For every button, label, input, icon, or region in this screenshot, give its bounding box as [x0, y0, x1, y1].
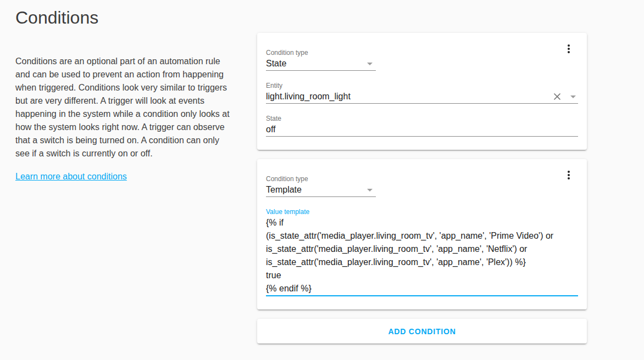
value-template-label: Value template [266, 207, 578, 216]
value-template-field[interactable]: Value template {% if (is_state_attr('med… [266, 207, 578, 296]
learn-more-link[interactable]: Learn more about conditions [15, 170, 127, 183]
kebab-dot [568, 177, 570, 179]
conditions-intro-panel: Conditions Conditions are an optional pa… [15, 0, 234, 183]
dropdown-arrow-icon[interactable] [367, 189, 373, 192]
overflow-menu-icon[interactable] [564, 169, 574, 181]
entity-label: Entity [266, 81, 578, 90]
condition-type-label: Condition type [266, 48, 376, 57]
condition-type-select[interactable]: Condition type State [266, 48, 376, 71]
condition-card-state: Condition type State Entity light.living… [257, 33, 587, 150]
kebab-dot [568, 171, 570, 173]
condition-type-value: State [266, 57, 286, 70]
entity-value[interactable]: light.living_room_light [266, 90, 552, 103]
kebab-dot [568, 48, 570, 50]
entity-field[interactable]: Entity light.living_room_light [266, 81, 578, 104]
value-template-input[interactable]: {% if (is_state_attr('media_player.livin… [266, 216, 578, 296]
state-label: State [266, 114, 578, 123]
dropdown-arrow-icon[interactable] [570, 95, 576, 98]
state-field[interactable]: State off [266, 114, 578, 137]
conditions-list: Condition type State Entity light.living… [257, 33, 587, 344]
conditions-description: Conditions are an optional part of an au… [15, 55, 234, 160]
kebab-dot [568, 44, 570, 47]
page-title: Conditions [15, 0, 234, 30]
add-condition-label: ADD CONDITION [388, 327, 456, 336]
clear-icon[interactable] [552, 91, 563, 102]
dropdown-arrow-icon[interactable] [367, 63, 373, 65]
clear-icon-glyph [552, 92, 562, 102]
kebab-dot [568, 174, 570, 176]
state-value[interactable]: off [266, 123, 578, 136]
condition-type-select[interactable]: Condition type Template [266, 175, 376, 197]
condition-type-value: Template [266, 183, 302, 196]
condition-card-template: Condition type Template Value template {… [257, 159, 587, 310]
kebab-dot [568, 51, 570, 53]
overflow-menu-icon[interactable] [564, 43, 574, 55]
add-condition-button[interactable]: ADD CONDITION [257, 319, 587, 344]
condition-type-label: Condition type [266, 175, 376, 183]
